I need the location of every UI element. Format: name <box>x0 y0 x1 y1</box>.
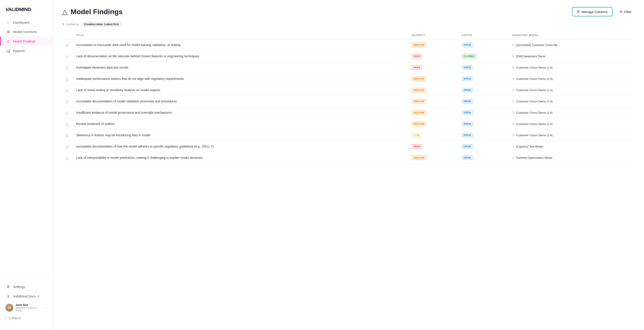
table-row[interactable]: △ Lack of documentation on the rationale… <box>62 51 635 62</box>
col-header-status: STATUS <box>458 31 509 39</box>
row-status: OPEN <box>458 39 509 51</box>
page-title-section: △ Model Findings <box>62 7 123 16</box>
row-title: Skewness in feature may be introducing b… <box>73 130 408 141</box>
row-warning-icon: △ <box>66 122 69 126</box>
collapse-button[interactable]: « Collapse <box>0 314 53 322</box>
nav-menu: ⌂ Dashboard ⊞ Model Inventory ⚠ Model Fi… <box>0 18 53 278</box>
row-warning-icon: △ <box>66 54 69 58</box>
model-icon: ⊙ <box>512 43 515 47</box>
table-row[interactable]: △ Incomplete documentation of model vali… <box>62 96 635 107</box>
sidebar-item-label: Model Findings <box>13 39 36 43</box>
row-severity: MEDIUM <box>408 39 458 51</box>
severity-badge: HIGH <box>412 144 422 149</box>
table-header: TITLE SEVERITY STATUS INVENTORY MODEL <box>62 31 635 39</box>
table-row[interactable]: △ Skewness in feature may be introducing… <box>62 130 635 141</box>
row-inventory-model: ⊙ Customer Churn Demo (1.4) <box>509 130 635 141</box>
status-badge: OPEN <box>462 88 473 92</box>
manage-columns-button[interactable]: ☰ Manage Columns <box>572 7 612 16</box>
model-name: Portfolio Optimization Model <box>516 156 552 160</box>
row-icon-cell: △ <box>62 62 73 73</box>
severity-badge: HIGH <box>412 65 422 70</box>
filter-label: Filter <box>624 10 632 14</box>
sort-icon: ⇅ <box>62 22 65 26</box>
row-severity: MEDIUM <box>408 96 458 107</box>
severity-badge: MEDIUM <box>412 77 426 81</box>
sidebar-item-label: Reports <box>13 49 25 53</box>
row-icon-cell: △ <box>62 118 73 130</box>
sidebar-item-settings[interactable]: ⚙ Settings <box>0 282 53 292</box>
row-icon-cell: △ <box>62 107 73 118</box>
row-title: Review treatment of outliers <box>73 118 408 130</box>
status-badge: CLOSED <box>462 54 476 58</box>
status-badge: OPEN <box>462 43 473 47</box>
sidebar-item-label: Dashboard <box>13 20 29 24</box>
logo-mind: MIND <box>19 7 31 12</box>
status-badge: OPEN <box>462 65 473 70</box>
row-inventory-model: ⊙ Customer Churn Demo (1.4) <box>509 62 635 73</box>
logo-text: VALIDMIND <box>5 7 31 12</box>
status-badge: OPEN <box>462 77 473 81</box>
row-warning-icon: △ <box>66 43 69 47</box>
sidebar-item-model-findings[interactable]: ⚠ Model Findings <box>0 36 53 46</box>
sidebar-item-model-inventory[interactable]: ⊞ Model Inventory <box>0 27 53 36</box>
row-title: Lack of stress testing or sensitivity an… <box>73 84 408 96</box>
filter-button[interactable]: ⊘ Filter <box>616 7 635 16</box>
row-status: OPEN <box>458 96 509 107</box>
row-icon-cell: △ <box>62 73 73 84</box>
severity-badge: HIGH <box>412 54 422 58</box>
table-row[interactable]: △ Insufficient evidence of model governa… <box>62 107 635 118</box>
page-title-icon: △ <box>62 7 68 16</box>
row-title: Incomplete documentation of model valida… <box>73 96 408 107</box>
table-row[interactable]: △ Inadequate performance metrics that do… <box>62 73 635 84</box>
sort-tag-text: Creation date: Latest first <box>84 22 119 26</box>
table-row[interactable]: △ Review treatment of outliers MEDIUM OP… <box>62 118 635 130</box>
row-warning-icon: △ <box>66 133 69 137</box>
row-warning-icon: △ <box>66 99 69 104</box>
row-inventory-model: ⊙ Customer Churn Demo (1.4) <box>509 73 635 84</box>
row-inventory-model: ⊙ [Quickstart] Customer Churn Me... <box>509 39 635 51</box>
sort-tag[interactable]: Creation date: Latest first <box>81 22 121 27</box>
table-row[interactable]: △ Inconsistent or inaccurate data used f… <box>62 39 635 51</box>
sidebar-item-dashboard[interactable]: ⌂ Dashboard <box>0 18 53 27</box>
main-content: △ Model Findings ☰ Manage Columns ⊘ Filt… <box>53 0 644 330</box>
severity-badge: MEDIUM <box>412 88 426 92</box>
model-name: Customer Churn Demo (1.4) <box>516 134 552 137</box>
table-row[interactable]: △ Lack of interpretability in model pred… <box>62 152 635 164</box>
model-icon: ⊙ <box>512 145 515 148</box>
row-title: Lack of interpretability in model predic… <box>73 152 408 164</box>
page-title: Model Findings <box>71 8 123 16</box>
findings-icon: ⚠ <box>6 39 10 43</box>
findings-table-container: TITLE SEVERITY STATUS INVENTORY MODEL △ … <box>62 31 635 164</box>
row-severity: MEDIUM <box>408 152 458 164</box>
row-severity: MEDIUM <box>408 84 458 96</box>
status-badge: OPEN <box>462 122 473 126</box>
manage-columns-label: Manage Columns <box>582 10 608 14</box>
table-row[interactable]: △ Lack of stress testing or sensitivity … <box>62 84 635 96</box>
model-icon: ⊙ <box>512 122 515 126</box>
more-options-icon[interactable]: ⋯ <box>44 305 48 310</box>
sidebar-item-reports[interactable]: 📊 Reports <box>0 46 53 55</box>
user-section[interactable]: JD Jane Doe Validator, Customer Admin ⋯ <box>0 301 53 314</box>
severity-badge: MEDIUM <box>412 99 426 104</box>
model-icon: ⊙ <box>512 66 515 69</box>
row-inventory-model: ⊙ Portfolio Optimization Model <box>509 152 635 164</box>
home-icon: ⌂ <box>6 20 10 24</box>
sidebar-bottom: ⚙ Settings ℹ ValidMind Docs ↗ JD Jane Do… <box>0 278 53 326</box>
model-name: Customer Churn Demo (1.4) <box>516 66 552 69</box>
collapse-arrow-icon: « <box>5 316 7 320</box>
settings-icon: ⚙ <box>6 285 10 289</box>
table-row[interactable]: △ Investigate skewness data test results… <box>62 62 635 73</box>
severity-badge: MEDIUM <box>412 122 426 126</box>
model-icon: ⊙ <box>512 133 515 137</box>
sidebar-item-validmind-docs[interactable]: ℹ ValidMind Docs ↗ <box>0 292 53 301</box>
model-icon: ⊙ <box>512 77 515 81</box>
user-name: Jane Doe <box>16 303 42 307</box>
row-warning-icon: △ <box>66 110 69 115</box>
table-row[interactable]: △ Incomplete documentation of how the mo… <box>62 141 635 152</box>
model-icon: ⊙ <box>512 100 515 103</box>
sidebar-item-label: Model Inventory <box>13 30 37 34</box>
model-name: [Cypress] Test Model <box>516 145 543 148</box>
row-inventory-model: ⊙ Customer Churn Demo (1.4) <box>509 96 635 107</box>
row-status: OPEN <box>458 152 509 164</box>
row-status: OPEN <box>458 62 509 73</box>
